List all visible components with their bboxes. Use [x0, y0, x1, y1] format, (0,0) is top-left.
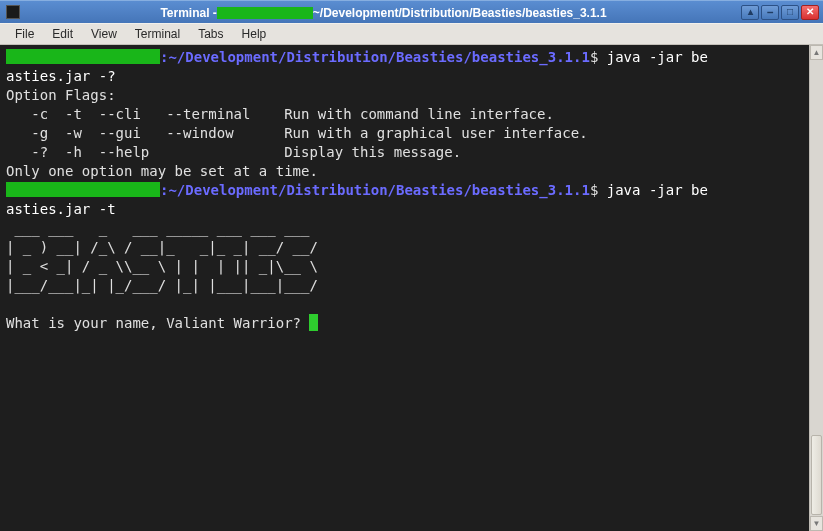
minimize-button[interactable]: ‒ — [761, 5, 779, 20]
prompt-user-redacted-2 — [6, 182, 160, 197]
prompt-path: :~/Development/Distribution/Beasties/bea… — [160, 49, 590, 65]
menu-file[interactable]: File — [6, 25, 43, 43]
menu-edit[interactable]: Edit — [43, 25, 82, 43]
menubar: File Edit View Terminal Tabs Help — [0, 23, 823, 45]
prompt-question: What is your name, Valiant Warrior? — [6, 315, 309, 331]
prompt-sigil-2: $ — [590, 182, 607, 198]
command-2: java -jar be — [607, 182, 708, 198]
command-2-wrap: asties.jar -t — [6, 201, 116, 217]
title-redacted-user — [217, 7, 313, 19]
output-option-3: -? -h --help Display this message. — [6, 144, 461, 160]
menu-tabs[interactable]: Tabs — [189, 25, 232, 43]
window-title: Terminal - ~/Development/Distribution/Be… — [26, 5, 741, 20]
terminal-cursor — [309, 314, 318, 331]
shade-button[interactable]: ▴ — [741, 5, 759, 20]
menu-terminal[interactable]: Terminal — [126, 25, 189, 43]
title-prefix: Terminal - — [160, 6, 216, 20]
scroll-up-button[interactable]: ▲ — [810, 45, 823, 60]
scrollbar[interactable]: ▲ ▼ — [809, 45, 823, 531]
output-option-2: -g -w --gui --window Run with a graphica… — [6, 125, 588, 141]
scroll-down-button[interactable]: ▼ — [810, 516, 823, 531]
prompt-sigil: $ — [590, 49, 607, 65]
output-option-header: Option Flags: — [6, 87, 116, 103]
output-option-footer: Only one option may be set at a time. — [6, 163, 318, 179]
ascii-art-1: ___ ___ _ ___ _____ ___ ___ ___ — [6, 220, 318, 236]
titlebar-app-icon — [6, 5, 20, 19]
output-option-1: -c -t --cli --terminal Run with command … — [6, 106, 554, 122]
maximize-button[interactable]: □ — [781, 5, 799, 20]
scroll-thumb[interactable] — [811, 435, 822, 515]
ascii-art-2: | _ ) __| /_\ / __|_ _|_ _| __/ __/ — [6, 239, 318, 255]
terminal-area[interactable]: :~/Development/Distribution/Beasties/bea… — [0, 45, 809, 531]
ascii-art-4: |___/___|_| |_/___/ |_| |___|___|___/ — [6, 277, 318, 293]
ascii-art-3: | _ < _| / _ \\__ \ | | | || _|\__ \ — [6, 258, 318, 274]
window-titlebar: Terminal - ~/Development/Distribution/Be… — [0, 0, 823, 23]
command-1-wrap: asties.jar -? — [6, 68, 116, 84]
command-1: java -jar be — [607, 49, 708, 65]
prompt-user-redacted — [6, 49, 160, 64]
menu-help[interactable]: Help — [233, 25, 276, 43]
menu-view[interactable]: View — [82, 25, 126, 43]
title-suffix: ~/Development/Distribution/Beasties/beas… — [313, 6, 607, 20]
close-button[interactable]: ✕ — [801, 5, 819, 20]
prompt-path-2: :~/Development/Distribution/Beasties/bea… — [160, 182, 590, 198]
